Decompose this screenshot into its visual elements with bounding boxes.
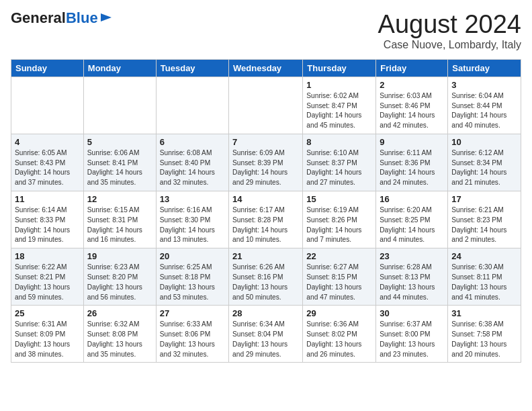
svg-marker-0 bbox=[101, 13, 112, 21]
page-header: GeneralBlue August 2024 Case Nuove, Lomb… bbox=[11, 11, 521, 51]
calendar-cell: 23Sunrise: 6:28 AM Sunset: 8:13 PM Dayli… bbox=[376, 248, 448, 306]
calendar-cell: 31Sunrise: 6:38 AM Sunset: 7:58 PM Dayli… bbox=[448, 306, 521, 363]
title-block: August 2024 Case Nuove, Lombardy, Italy bbox=[378, 11, 521, 51]
calendar-cell: 24Sunrise: 6:30 AM Sunset: 8:11 PM Dayli… bbox=[448, 248, 521, 306]
calendar-cell: 7Sunrise: 6:09 AM Sunset: 8:39 PM Daylig… bbox=[229, 134, 303, 191]
day-number: 8 bbox=[306, 137, 372, 147]
calendar-cell: 21Sunrise: 6:26 AM Sunset: 8:16 PM Dayli… bbox=[229, 248, 303, 306]
day-info: Sunrise: 6:33 AM Sunset: 8:06 PM Dayligh… bbox=[160, 320, 225, 359]
day-number: 21 bbox=[232, 251, 299, 261]
day-number: 17 bbox=[451, 194, 517, 204]
day-number: 7 bbox=[232, 137, 299, 147]
day-number: 4 bbox=[15, 137, 80, 147]
calendar-cell bbox=[83, 77, 156, 134]
col-header-saturday: Saturday bbox=[448, 59, 521, 77]
day-info: Sunrise: 6:25 AM Sunset: 8:18 PM Dayligh… bbox=[160, 263, 225, 302]
calendar-cell: 3Sunrise: 6:04 AM Sunset: 8:44 PM Daylig… bbox=[448, 77, 521, 134]
week-row-3: 11Sunrise: 6:14 AM Sunset: 8:33 PM Dayli… bbox=[11, 191, 521, 248]
day-number: 15 bbox=[306, 194, 372, 204]
day-number: 20 bbox=[160, 251, 225, 261]
calendar-cell bbox=[156, 77, 228, 134]
calendar-cell: 5Sunrise: 6:06 AM Sunset: 8:41 PM Daylig… bbox=[83, 134, 156, 191]
calendar-cell: 14Sunrise: 6:17 AM Sunset: 8:28 PM Dayli… bbox=[229, 191, 303, 248]
calendar-cell: 16Sunrise: 6:20 AM Sunset: 8:25 PM Dayli… bbox=[376, 191, 448, 248]
day-info: Sunrise: 6:20 AM Sunset: 8:25 PM Dayligh… bbox=[380, 205, 444, 245]
day-info: Sunrise: 6:16 AM Sunset: 8:30 PM Dayligh… bbox=[160, 205, 225, 245]
calendar-cell: 2Sunrise: 6:03 AM Sunset: 8:46 PM Daylig… bbox=[376, 77, 448, 134]
calendar-cell: 13Sunrise: 6:16 AM Sunset: 8:30 PM Dayli… bbox=[156, 191, 228, 248]
day-info: Sunrise: 6:31 AM Sunset: 8:09 PM Dayligh… bbox=[15, 320, 80, 359]
day-info: Sunrise: 6:09 AM Sunset: 8:39 PM Dayligh… bbox=[232, 148, 299, 188]
calendar-cell: 11Sunrise: 6:14 AM Sunset: 8:33 PM Dayli… bbox=[11, 191, 84, 248]
day-info: Sunrise: 6:27 AM Sunset: 8:15 PM Dayligh… bbox=[306, 263, 372, 302]
calendar-cell: 29Sunrise: 6:36 AM Sunset: 8:02 PM Dayli… bbox=[303, 306, 376, 363]
day-info: Sunrise: 6:30 AM Sunset: 8:11 PM Dayligh… bbox=[451, 263, 517, 302]
day-info: Sunrise: 6:32 AM Sunset: 8:08 PM Dayligh… bbox=[87, 320, 152, 359]
calendar-cell: 22Sunrise: 6:27 AM Sunset: 8:15 PM Dayli… bbox=[303, 248, 376, 306]
day-number: 11 bbox=[15, 194, 80, 204]
col-header-thursday: Thursday bbox=[303, 59, 376, 77]
day-info: Sunrise: 6:17 AM Sunset: 8:28 PM Dayligh… bbox=[232, 205, 299, 245]
day-number: 19 bbox=[87, 251, 152, 261]
day-number: 27 bbox=[160, 308, 225, 318]
header-row: SundayMondayTuesdayWednesdayThursdayFrid… bbox=[11, 59, 521, 77]
calendar-cell: 12Sunrise: 6:15 AM Sunset: 8:31 PM Dayli… bbox=[83, 191, 156, 248]
day-info: Sunrise: 6:06 AM Sunset: 8:41 PM Dayligh… bbox=[87, 148, 152, 188]
day-number: 1 bbox=[306, 80, 372, 90]
day-info: Sunrise: 6:15 AM Sunset: 8:31 PM Dayligh… bbox=[87, 205, 152, 245]
day-number: 24 bbox=[451, 251, 517, 261]
calendar-cell: 18Sunrise: 6:22 AM Sunset: 8:21 PM Dayli… bbox=[11, 248, 84, 306]
col-header-friday: Friday bbox=[376, 59, 448, 77]
day-info: Sunrise: 6:38 AM Sunset: 7:58 PM Dayligh… bbox=[451, 320, 517, 359]
calendar-cell: 9Sunrise: 6:11 AM Sunset: 8:36 PM Daylig… bbox=[376, 134, 448, 191]
calendar-cell: 4Sunrise: 6:05 AM Sunset: 8:43 PM Daylig… bbox=[11, 134, 84, 191]
week-row-5: 25Sunrise: 6:31 AM Sunset: 8:09 PM Dayli… bbox=[11, 306, 521, 363]
day-number: 28 bbox=[232, 308, 299, 318]
col-header-monday: Monday bbox=[83, 59, 156, 77]
calendar-cell: 8Sunrise: 6:10 AM Sunset: 8:37 PM Daylig… bbox=[303, 134, 376, 191]
day-number: 31 bbox=[451, 308, 517, 318]
day-info: Sunrise: 6:14 AM Sunset: 8:33 PM Dayligh… bbox=[15, 205, 80, 245]
week-row-1: 1Sunrise: 6:02 AM Sunset: 8:47 PM Daylig… bbox=[11, 77, 521, 134]
calendar-cell: 10Sunrise: 6:12 AM Sunset: 8:34 PM Dayli… bbox=[448, 134, 521, 191]
month-year: August 2024 bbox=[378, 11, 521, 39]
day-number: 9 bbox=[380, 137, 444, 147]
day-info: Sunrise: 6:04 AM Sunset: 8:44 PM Dayligh… bbox=[451, 91, 517, 131]
day-info: Sunrise: 6:21 AM Sunset: 8:23 PM Dayligh… bbox=[451, 205, 517, 245]
day-info: Sunrise: 6:34 AM Sunset: 8:04 PM Dayligh… bbox=[232, 320, 299, 359]
week-row-2: 4Sunrise: 6:05 AM Sunset: 8:43 PM Daylig… bbox=[11, 134, 521, 191]
day-info: Sunrise: 6:08 AM Sunset: 8:40 PM Dayligh… bbox=[160, 148, 225, 188]
calendar-cell: 15Sunrise: 6:19 AM Sunset: 8:26 PM Dayli… bbox=[303, 191, 376, 248]
calendar-table: SundayMondayTuesdayWednesdayThursdayFrid… bbox=[11, 59, 521, 363]
day-number: 16 bbox=[380, 194, 444, 204]
day-info: Sunrise: 6:10 AM Sunset: 8:37 PM Dayligh… bbox=[306, 148, 372, 188]
day-number: 18 bbox=[15, 251, 80, 261]
logo-text: GeneralBlue bbox=[11, 11, 98, 26]
calendar-cell: 25Sunrise: 6:31 AM Sunset: 8:09 PM Dayli… bbox=[11, 306, 84, 363]
day-info: Sunrise: 6:03 AM Sunset: 8:46 PM Dayligh… bbox=[380, 91, 444, 131]
day-number: 29 bbox=[306, 308, 372, 318]
day-number: 6 bbox=[160, 137, 225, 147]
calendar-cell bbox=[11, 77, 84, 134]
day-number: 30 bbox=[380, 308, 444, 318]
calendar-cell: 26Sunrise: 6:32 AM Sunset: 8:08 PM Dayli… bbox=[83, 306, 156, 363]
day-info: Sunrise: 6:23 AM Sunset: 8:20 PM Dayligh… bbox=[87, 263, 152, 302]
logo: GeneralBlue bbox=[11, 11, 113, 26]
day-info: Sunrise: 6:26 AM Sunset: 8:16 PM Dayligh… bbox=[232, 263, 299, 302]
day-info: Sunrise: 6:02 AM Sunset: 8:47 PM Dayligh… bbox=[306, 91, 372, 131]
day-number: 13 bbox=[160, 194, 225, 204]
calendar-cell: 28Sunrise: 6:34 AM Sunset: 8:04 PM Dayli… bbox=[229, 306, 303, 363]
calendar-cell: 30Sunrise: 6:37 AM Sunset: 8:00 PM Dayli… bbox=[376, 306, 448, 363]
day-number: 14 bbox=[232, 194, 299, 204]
location: Case Nuove, Lombardy, Italy bbox=[378, 39, 521, 51]
day-info: Sunrise: 6:11 AM Sunset: 8:36 PM Dayligh… bbox=[380, 148, 444, 188]
day-number: 10 bbox=[451, 137, 517, 147]
calendar-cell bbox=[229, 77, 303, 134]
day-number: 22 bbox=[306, 251, 372, 261]
day-number: 2 bbox=[380, 80, 444, 90]
calendar-cell: 1Sunrise: 6:02 AM Sunset: 8:47 PM Daylig… bbox=[303, 77, 376, 134]
logo-icon bbox=[99, 11, 113, 24]
day-info: Sunrise: 6:22 AM Sunset: 8:21 PM Dayligh… bbox=[15, 263, 80, 302]
col-header-tuesday: Tuesday bbox=[156, 59, 228, 77]
day-number: 23 bbox=[380, 251, 444, 261]
